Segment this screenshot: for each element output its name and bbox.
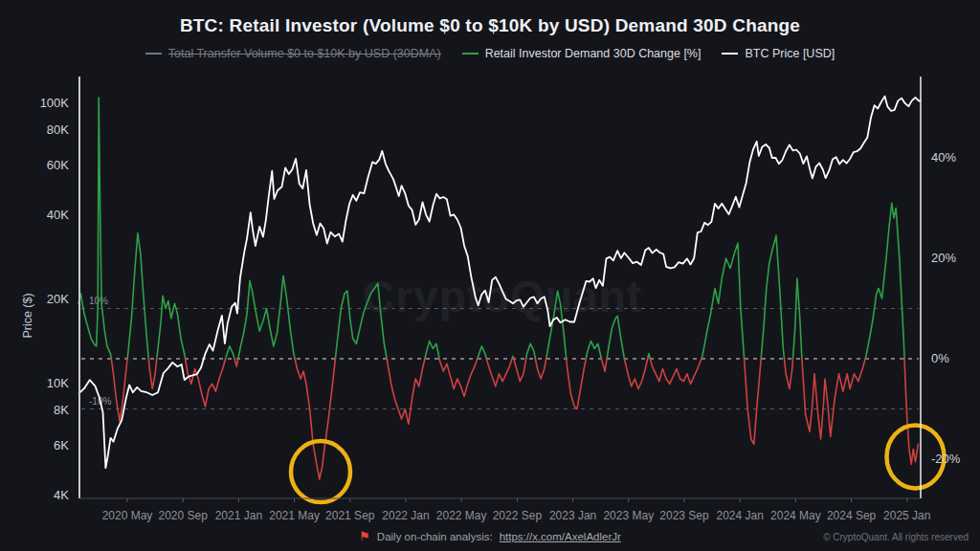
y-left-tick-label: 100K — [25, 96, 69, 110]
x-tick-label: 2025 Jan — [875, 509, 940, 522]
y-left-tick-label: 10K — [25, 376, 69, 390]
legend-dash-icon — [722, 53, 738, 55]
legend-dash-icon — [145, 53, 162, 55]
y-left-tick-label: 6K — [25, 438, 69, 452]
legend-item-transfer-volume[interactable]: Total Transfer Volume $0 to $10K by USD … — [145, 47, 441, 60]
y-left-tick-label: 4K — [25, 488, 69, 502]
chart-card: BTC: Retail Investor (Volume $0 to $10K … — [0, 0, 980, 551]
y-right-tick-label: 40% — [931, 150, 956, 165]
y-left-tick-label: 40K — [25, 208, 69, 222]
demand-line-negative — [111, 359, 918, 479]
demand-line-positive — [78, 98, 904, 359]
plot-svg: 10%-10% — [78, 77, 922, 503]
y-right-tick-label: 20% — [931, 251, 956, 265]
legend: Total Transfer Volume $0 to $10K by USD … — [0, 47, 980, 60]
y-left-tick-label: 20K — [25, 292, 69, 306]
btc-price-line — [78, 97, 921, 469]
page-title: BTC: Retail Investor (Volume $0 to $10K … — [0, 15, 980, 36]
y-left-tick-label: 8K — [25, 403, 69, 417]
y-right-tick-label: -20% — [931, 452, 960, 466]
footer-text: Daily on-chain analysis: — [377, 531, 493, 542]
legend-item-btc-price[interactable]: BTC Price [USD] — [722, 47, 835, 60]
flag-icon: ⚑ — [359, 529, 370, 543]
gridline-label: 10% — [89, 296, 108, 306]
y-right-tick-label: 0% — [931, 351, 949, 365]
y-left-tick-label: 60K — [25, 158, 69, 172]
footer-link[interactable]: https://x.com/AxelAdlerJr — [500, 531, 621, 542]
legend-item-retail-demand[interactable]: Retail Investor Demand 30D Change [%] — [462, 47, 702, 60]
y-left-tick-label: 80K — [25, 122, 69, 137]
copyright: © CryptoQuant. All rights reserved — [823, 532, 969, 542]
legend-dash-icon — [462, 53, 479, 55]
